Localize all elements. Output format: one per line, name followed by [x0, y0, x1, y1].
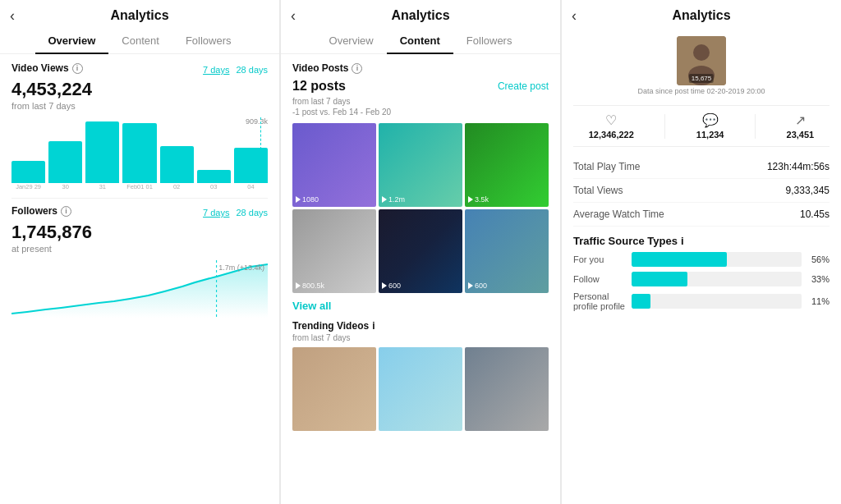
panel-content: ‹ Analytics Overview Content Followers V…	[281, 0, 560, 504]
panel1-content: Video Views i 7 days 28 days 4,453,224 f…	[0, 54, 279, 504]
play-icon-3	[296, 282, 301, 289]
traffic-pct-0: 56%	[807, 254, 830, 264]
traffic-bar-wrap-2	[632, 294, 802, 309]
video-count-3: 800.5k	[296, 282, 324, 290]
bar-date-6: 04	[234, 183, 268, 190]
trending-videos-label: Trending Videos i	[292, 320, 549, 332]
traffic-bar-wrap-1	[632, 272, 802, 286]
trending-thumb-2[interactable]	[465, 347, 549, 431]
back-button-2[interactable]: ‹	[291, 7, 296, 25]
bar-date-0: Jan29 29	[11, 183, 45, 190]
likes-engagement: ♡ 12,346,222	[589, 112, 634, 140]
traffic-row-1: Follow33%	[573, 272, 830, 286]
panel2-tabs: Overview Content Followers	[281, 28, 560, 54]
tab-content-2[interactable]: Content	[387, 28, 453, 53]
followers-info-icon[interactable]: i	[61, 206, 71, 217]
stat-row-0: Total Play Time123h:44m:56s	[573, 155, 830, 179]
traffic-bars: For you56%Follow33%Personal profile prof…	[573, 252, 830, 311]
video-views-header: Video Views i 7 days 28 days	[11, 62, 268, 77]
followers-number: 1,745,876	[11, 222, 268, 243]
comments-engagement: 💬 11,234	[696, 112, 724, 140]
traffic-pct-1: 33%	[807, 274, 830, 284]
video-count-1: 1.2m	[382, 195, 405, 204]
traffic-bar-fill-0	[632, 252, 727, 267]
followers-sublabel: at present	[11, 244, 268, 254]
back-button-1[interactable]: ‹	[10, 7, 15, 25]
period-28days-btn[interactable]: 28 days	[236, 65, 268, 75]
video-views-chart: 909.3k Jan29 293031Feb01 01020304	[11, 117, 268, 191]
trending-thumb-0[interactable]	[292, 347, 376, 431]
eng-divider-1	[664, 114, 665, 139]
video-thumb-0[interactable]: 1080	[292, 123, 376, 207]
panel3-title: Analytics	[672, 8, 730, 23]
bar-date-3: Feb01 01	[122, 183, 156, 190]
trending-info-icon[interactable]: i	[372, 320, 375, 332]
tab-overview-1[interactable]: Overview	[35, 28, 109, 53]
traffic-row-0: For you56%	[573, 252, 830, 267]
tab-followers-2[interactable]: Followers	[453, 28, 526, 53]
tab-overview-2[interactable]: Overview	[316, 28, 387, 53]
stat-row-2: Average Watch Time10.45s	[573, 203, 830, 227]
posts-sublabel: from last 7 days	[292, 97, 549, 106]
bar-date-4: 02	[160, 183, 194, 190]
shares-engagement: ↗ 23,451	[787, 112, 815, 140]
video-posts-header: 12 posts Create post	[292, 79, 549, 94]
video-count-0: 1080	[296, 195, 319, 204]
svg-point-2	[693, 44, 710, 61]
video-posts-info-icon[interactable]: i	[352, 63, 362, 74]
tab-followers-1[interactable]: Followers	[172, 28, 245, 53]
video-thumb-3[interactable]: 800.5k	[292, 209, 376, 293]
followers-label: Followers i	[11, 205, 71, 217]
stat-row-1: Total Views9,333,345	[573, 179, 830, 203]
video-thumb-4[interactable]: 600	[379, 209, 462, 293]
divider-1	[11, 198, 268, 199]
stat-key-0: Total Play Time	[573, 161, 640, 172]
followers-period-7days[interactable]: 7 days	[203, 208, 229, 218]
bar-chart-inner	[11, 117, 268, 183]
panel1-tabs: Overview Content Followers	[0, 28, 279, 54]
bar-5	[197, 170, 231, 183]
traffic-info-icon[interactable]: i	[681, 235, 684, 247]
panel3-content: 15,675 Data since post time 02-20-2019 2…	[562, 28, 841, 504]
bar-date-5: 03	[197, 183, 231, 190]
play-icon-5	[468, 282, 473, 289]
traffic-label-1: Follow	[573, 274, 627, 284]
bar-1	[48, 141, 82, 183]
bar-6	[234, 148, 268, 183]
stat-val-2: 10.45s	[800, 208, 830, 220]
play-icon-2	[468, 196, 473, 203]
panel1-header: ‹ Analytics	[0, 0, 279, 28]
profile-thumbnail: 15,675	[677, 36, 726, 85]
panel2-content: Video Posts i 12 posts Create post from …	[281, 54, 560, 504]
video-posts-section-label: Video Posts i	[292, 62, 549, 74]
video-views-info-icon[interactable]: i	[72, 63, 83, 74]
play-icon-1	[382, 196, 387, 203]
trending-sublabel: from last 7 days	[292, 333, 549, 342]
video-count-2: 3.5k	[468, 195, 489, 204]
view-all-button[interactable]: View all	[292, 300, 549, 312]
heart-icon: ♡	[605, 112, 617, 128]
period-7days-btn[interactable]: 7 days	[203, 65, 229, 75]
traffic-bar-fill-2	[632, 294, 650, 309]
video-thumb-1[interactable]: 1.2m	[379, 123, 462, 207]
bar-date-1: 30	[48, 183, 82, 190]
chart-top-label: 909.3k	[246, 117, 268, 126]
panel3-header: ‹ Analytics	[562, 0, 841, 28]
trending-thumb-1[interactable]	[379, 347, 462, 431]
traffic-bar-wrap-0	[632, 252, 802, 267]
followers-period-28days[interactable]: 28 days	[236, 208, 268, 218]
stats-rows: Total Play Time123h:44m:56sTotal Views9,…	[573, 155, 830, 227]
panel-overview: ‹ Analytics Overview Content Followers V…	[0, 0, 279, 504]
play-icon-4	[382, 282, 387, 289]
tab-content-1[interactable]: Content	[108, 28, 172, 53]
bar-date-2: 31	[85, 183, 119, 190]
bar-0	[11, 161, 45, 183]
panel2-title: Analytics	[391, 8, 449, 23]
create-post-button[interactable]: Create post	[498, 80, 549, 92]
video-thumb-5[interactable]: 600	[465, 209, 549, 293]
video-thumb-2[interactable]: 3.5k	[465, 123, 549, 207]
video-views-period-btns: 7 days 28 days	[203, 65, 268, 75]
video-views-label: Video Views i	[11, 62, 83, 74]
panels-container: ‹ Analytics Overview Content Followers V…	[0, 0, 841, 504]
back-button-3[interactable]: ‹	[572, 7, 577, 25]
